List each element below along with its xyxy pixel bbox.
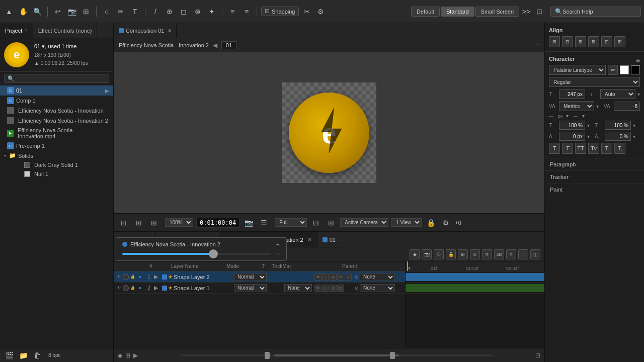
workspace-default[interactable]: Default [411, 7, 440, 17]
tl-camera-btn[interactable]: 📷 [422, 249, 432, 259]
align-center-v[interactable]: ⊡ [601, 36, 612, 47]
vscale-dropdown[interactable]: ▾ [587, 123, 590, 128]
quality-select[interactable]: FullHalfQuarter [275, 218, 307, 227]
safe-zone-btn[interactable]: ⊞ [148, 217, 160, 229]
ts-italic[interactable]: T [562, 143, 573, 154]
tl-zoom-handle-right[interactable] [390, 352, 395, 359]
list-item[interactable]: ▶ Efficiency Nova Scotia - Innovation.mp… [0, 126, 113, 141]
font-color-swatch-dark[interactable] [631, 65, 640, 74]
tab-menu-btn[interactable]: ≡ [168, 28, 171, 33]
comp-nav-prev[interactable]: ◀ [213, 42, 217, 49]
project-search-input[interactable] [4, 74, 109, 83]
region-of-interest[interactable]: ⊡ [310, 217, 322, 229]
tl-solo-btn[interactable]: ☉ [434, 249, 444, 259]
layer-color-btn[interactable]: ■ [137, 274, 143, 280]
zoom-select[interactable]: 100%50%200% [165, 218, 193, 227]
hand-tool[interactable]: ✋ [17, 6, 29, 18]
layer-solo-btn[interactable] [123, 274, 129, 280]
layer-solo-btn[interactable] [123, 285, 129, 291]
tracking-input[interactable] [614, 102, 640, 111]
tl-col-btn[interactable]: ∷ [518, 249, 528, 259]
placeholder-tool1[interactable]: ≡ [226, 6, 238, 18]
list-item[interactable]: C Pre-comp 1 [0, 141, 113, 151]
workspace-more[interactable]: >> [520, 6, 532, 18]
paint-section[interactable]: Paint [545, 184, 644, 196]
list-item[interactable]: ▾ 📁 Solids [0, 151, 113, 160]
layer-eye-btn[interactable]: 👁 [116, 274, 122, 280]
tab-effect-controls[interactable]: Effect Controls (none) [33, 23, 98, 38]
search-input[interactable] [562, 9, 633, 15]
layer-row[interactable]: 👁 🔒 ■ 2 ▶ ★ Shape Layer 1 NormalMulti [114, 283, 405, 294]
comp-tab-composition[interactable]: Composition 01 ≡ [114, 23, 177, 38]
track-bar[interactable] [406, 284, 544, 292]
layer-lock-btn[interactable]: 🔒 [130, 285, 136, 291]
tab-close[interactable]: ≡ [340, 237, 343, 243]
channel-btn[interactable]: ☰ [258, 217, 270, 229]
leading-select[interactable]: Auto [600, 89, 635, 99]
list-item[interactable]: Efficiency Nova Scotia - Innovation [0, 106, 113, 116]
new-comp-btn[interactable]: 🎬 [3, 349, 15, 361]
align-right[interactable]: ⊞ [575, 36, 586, 47]
select-tool[interactable]: ▲ [3, 6, 15, 18]
trash-btn[interactable]: 🗑 [31, 349, 43, 361]
tl-comp-flow-btn[interactable]: ⊞ [458, 249, 468, 259]
hscale-input[interactable] [605, 121, 631, 130]
layer-eye-btn[interactable]: 👁 [116, 285, 122, 291]
tracker-section[interactable]: Tracker [545, 171, 644, 184]
char-menu[interactable]: ≡ [636, 56, 640, 64]
workspace-standard[interactable]: Standard [441, 7, 474, 17]
popup-knob[interactable] [209, 249, 218, 258]
mode-select[interactable]: NormalMultiplyScreen [234, 273, 267, 281]
mode-select[interactable]: NormalMultiplyScreen [234, 284, 267, 292]
eraser-tool[interactable]: ◻ [178, 6, 190, 18]
baseline-input[interactable] [559, 132, 585, 141]
list-item[interactable]: Efficiency Nova Scotia - Innovation 2 [0, 116, 113, 126]
vscale-input[interactable] [559, 121, 585, 130]
tl-add-marker[interactable]: ◆ [118, 352, 122, 359]
baseline-dropdown[interactable]: ▾ [587, 134, 590, 139]
brush-tool[interactable]: / [149, 6, 162, 18]
comp-options-btn[interactable]: ≡ [536, 42, 539, 48]
magnify-btn[interactable]: ⊡ [118, 217, 130, 229]
hscale-dropdown[interactable]: ▾ [633, 123, 635, 128]
comp-num-input[interactable] [221, 41, 236, 49]
snapping-toggle[interactable]: ☑ Snapping [261, 7, 299, 16]
sw-qual[interactable]: ◎ [330, 274, 337, 281]
new-folder-btn[interactable]: 📁 [17, 349, 29, 361]
type-tool[interactable]: T [129, 6, 141, 18]
paragraph-section[interactable]: Paragraph [545, 158, 644, 171]
tl-zoom-handle-left[interactable] [265, 352, 270, 359]
pen-tool[interactable]: ✏ [115, 6, 127, 18]
tl-time-stretch[interactable]: ⊞ [125, 352, 130, 359]
tl-zoom-range[interactable] [274, 354, 399, 356]
tab-close[interactable]: ✕ [307, 236, 312, 243]
views-select[interactable]: 1 View [391, 218, 422, 227]
clone-tool[interactable]: ⊕ [164, 6, 176, 18]
zoom-tool[interactable]: 🔍 [31, 6, 43, 18]
tl-preview-play[interactable]: ▶ [133, 352, 138, 359]
viewer-settings[interactable]: ⚙ [440, 217, 452, 229]
timecode-display[interactable]: 0:01:00:04 [196, 218, 239, 228]
trickmat-select[interactable]: None [284, 284, 312, 292]
playhead[interactable] [407, 261, 408, 271]
sw-3d[interactable]: ◻ [337, 285, 344, 292]
list-item[interactable]: C 01 ▶ [0, 85, 113, 96]
tsukuri-input[interactable] [605, 132, 631, 141]
tl-comp-end[interactable]: ⊡ [535, 352, 540, 359]
tl-markers-btn[interactable]: ◆ [410, 249, 420, 259]
unit-dropdown[interactable]: ▾ [566, 113, 569, 119]
snapping-options[interactable]: ✂ [301, 6, 313, 18]
align-bottom[interactable]: ⊞ [614, 36, 625, 47]
tab-project-menu[interactable]: ≡ [24, 28, 27, 34]
list-item[interactable]: C Comp 1 [0, 96, 113, 106]
layer-lock-btn[interactable]: 🔒 [130, 274, 136, 280]
ts-regular[interactable]: T [549, 143, 560, 154]
parent-select[interactable]: None [360, 273, 395, 281]
tab-project[interactable]: Project ≡ [0, 23, 33, 38]
camera-select[interactable]: Active Camera [340, 218, 388, 227]
tl-lock-btn[interactable]: 🔒 [446, 249, 456, 259]
align-top[interactable]: ⊠ [588, 36, 599, 47]
layer-color-btn[interactable]: ■ [137, 285, 143, 291]
layer-expand-btn[interactable]: ▶ [154, 274, 162, 280]
tl-3d-btn[interactable]: 3D [494, 249, 504, 259]
